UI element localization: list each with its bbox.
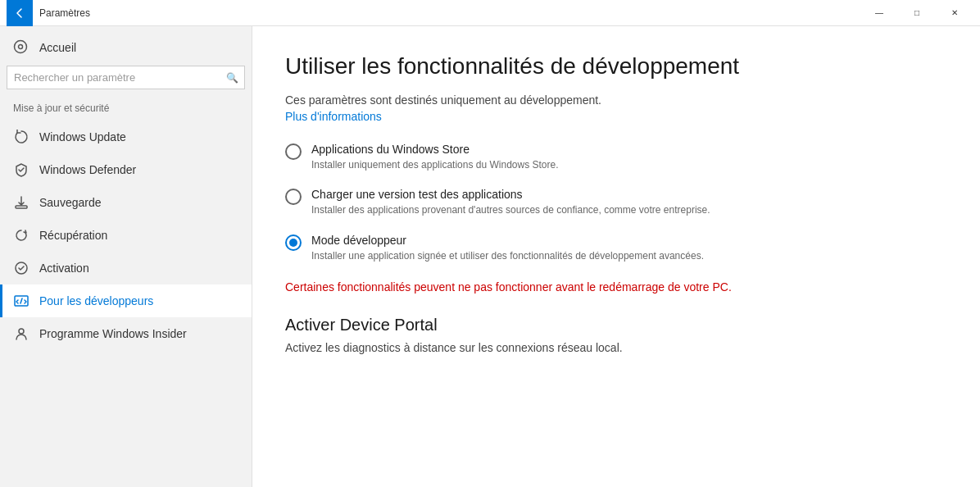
title-bar: Paramètres — □ ✕ [0, 0, 980, 26]
back-button[interactable] [7, 0, 33, 26]
home-label: Accueil [39, 41, 76, 54]
radio-label-developer: Mode développeur [311, 234, 704, 247]
svg-point-1 [19, 45, 23, 49]
radio-label-sideload: Charger une version test des application… [311, 188, 710, 201]
sidebar-item-recuperation[interactable]: Récupération [0, 219, 252, 252]
content-area: Utiliser les fonctionnalités de développ… [252, 26, 980, 487]
home-icon [13, 39, 29, 56]
warning-text: Certaines fonctionnalités peuvent ne pas… [285, 280, 947, 296]
svg-point-5 [19, 329, 24, 334]
window-title: Paramètres [39, 7, 860, 19]
update-icon [13, 129, 29, 145]
search-icon: 🔍 [226, 72, 238, 84]
dev-icon [13, 293, 29, 309]
close-button[interactable]: ✕ [936, 0, 973, 26]
sidebar-item-windows-defender[interactable]: Windows Defender [0, 153, 252, 186]
sidebar-home[interactable]: Accueil [0, 26, 252, 66]
activation-icon [13, 260, 29, 276]
sauvegarde-label: Sauvegarde [39, 196, 102, 209]
recuperation-label: Récupération [39, 229, 107, 242]
radio-circle-developer[interactable] [285, 234, 302, 251]
svg-rect-2 [16, 206, 27, 208]
insider-icon [13, 325, 29, 342]
radio-circle-windows-store[interactable] [285, 143, 302, 160]
sidebar-item-sauvegarde[interactable]: Sauvegarde [0, 186, 252, 219]
svg-point-0 [15, 41, 27, 53]
radio-content-sideload: Charger une version test des application… [311, 188, 710, 217]
windows-defender-label: Windows Defender [39, 163, 136, 176]
page-title: Utiliser les fonctionnalités de développ… [285, 52, 947, 80]
window-controls: — □ ✕ [860, 0, 973, 26]
recovery-icon [13, 227, 29, 244]
radio-desc-windows-store: Installer uniquement des applications du… [311, 158, 559, 172]
windows-update-label: Windows Update [39, 130, 126, 143]
radio-content-windows-store: Applications du Windows Store Installer … [311, 143, 559, 172]
radio-circle-sideload[interactable] [285, 189, 302, 205]
sidebar-search-container: 🔍 [7, 66, 245, 89]
minimize-button[interactable]: — [860, 0, 898, 26]
radio-item-windows-store: Applications du Windows Store Installer … [285, 143, 947, 172]
search-input[interactable] [7, 66, 245, 89]
radio-desc-sideload: Installer des applications provenant d'a… [311, 203, 710, 217]
device-portal-title: Activer Device Portal [285, 316, 947, 335]
maximize-button[interactable]: □ [898, 0, 936, 26]
section-title: Mise à jour et sécurité [0, 99, 252, 121]
sidebar-item-insider[interactable]: Programme Windows Insider [0, 317, 252, 350]
radio-item-sideload: Charger une version test des application… [285, 188, 947, 217]
more-info-link[interactable]: Plus d'informations [285, 110, 947, 123]
radio-item-developer: Mode développeur Installer une applicati… [285, 234, 947, 263]
insider-label: Programme Windows Insider [39, 327, 187, 340]
radio-group: Applications du Windows Store Installer … [285, 143, 947, 263]
radio-content-developer: Mode développeur Installer une applicati… [311, 234, 704, 263]
backup-icon [13, 194, 29, 211]
app-body: Accueil 🔍 Mise à jour et sécurité Window… [0, 26, 980, 487]
content-description: Ces paramètres sont destinés uniquement … [285, 93, 947, 107]
sidebar-item-activation[interactable]: Activation [0, 252, 252, 284]
developpeurs-label: Pour les développeurs [39, 294, 153, 307]
shield-icon [13, 162, 29, 178]
sidebar-item-developpeurs[interactable]: Pour les développeurs [0, 284, 252, 317]
device-portal-desc: Activez les diagnostics à distance sur l… [285, 341, 947, 354]
radio-label-windows-store: Applications du Windows Store [311, 143, 559, 156]
sidebar-item-windows-update[interactable]: Windows Update [0, 121, 252, 153]
radio-desc-developer: Installer une application signée et util… [311, 249, 704, 263]
sidebar: Accueil 🔍 Mise à jour et sécurité Window… [0, 26, 252, 487]
activation-label: Activation [39, 262, 89, 275]
